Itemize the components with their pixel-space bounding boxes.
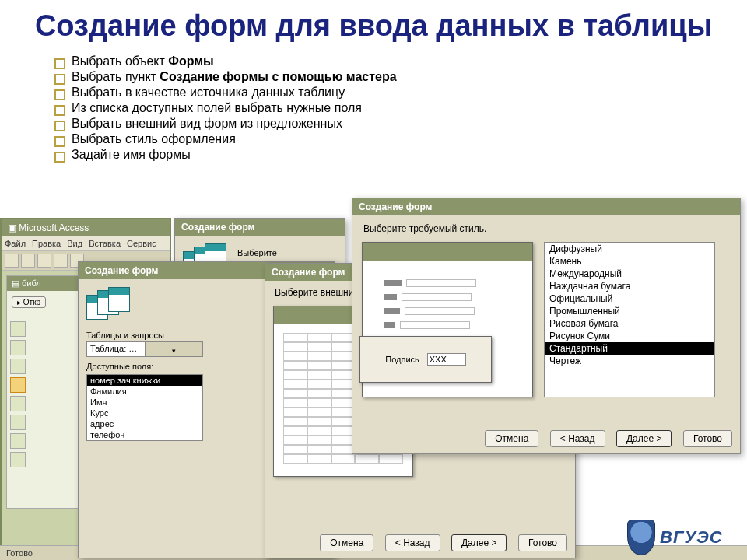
next-button[interactable]: Далее > <box>616 430 672 447</box>
table-combo[interactable]: Таблица: Студент ▾ <box>86 341 203 357</box>
style-item[interactable]: Промышленный <box>545 305 714 317</box>
style-item[interactable]: Камень <box>545 255 714 268</box>
field-item[interactable]: телефон <box>87 429 202 440</box>
popup-label: Подпись <box>385 355 419 364</box>
style-item[interactable]: Диффузный <box>545 243 714 255</box>
bullet-item: Выбрать в качестве источника данных табл… <box>54 86 747 100</box>
toolbar-button[interactable] <box>5 254 19 268</box>
finish-button[interactable]: Готово <box>518 534 567 551</box>
toolbar-button[interactable] <box>21 254 35 268</box>
style-item[interactable]: Официальный <box>545 292 714 305</box>
wizard-prompt: Выберите требуемый стиль. <box>352 215 740 234</box>
form-wizard-style-window: Создание форм Выберите требуемый стиль. … <box>352 198 741 454</box>
app-title: Microsoft Access <box>19 222 89 233</box>
back-button[interactable]: < Назад <box>385 534 440 551</box>
nav-item[interactable] <box>10 377 26 393</box>
bullet-item: Задайте имя формы <box>54 148 747 162</box>
nav-item[interactable] <box>10 433 26 449</box>
menu-item[interactable]: Вставка <box>89 239 121 248</box>
app-title-bar: ▣ Microsoft Access <box>2 219 170 236</box>
open-button[interactable]: ▸ Откр <box>12 296 46 308</box>
next-button[interactable]: Далее > <box>451 534 507 551</box>
logo-text: ВГУЭС <box>660 527 723 548</box>
nav-item[interactable] <box>10 415 26 430</box>
window-title: Создание форм <box>175 219 345 236</box>
chevron-down-icon[interactable]: ▾ <box>145 342 203 356</box>
db-icon: ▤ <box>12 278 19 288</box>
style-item[interactable]: Рисунок Суми <box>545 330 714 342</box>
style-list[interactable]: ДиффузныйКаменьМеждународныйНаждачная бу… <box>544 242 715 397</box>
app-icon: ▣ <box>8 222 16 233</box>
field-item[interactable]: адрес <box>87 418 202 429</box>
field-item[interactable]: номер зач книжки <box>87 375 202 386</box>
cancel-button[interactable]: Отмена <box>485 430 538 447</box>
toolbar-button[interactable] <box>54 254 68 268</box>
menu-item[interactable]: Правка <box>32 239 61 248</box>
field-item[interactable]: Имя <box>87 397 202 408</box>
style-item[interactable]: Международный <box>545 268 714 280</box>
nav-item[interactable] <box>10 396 26 411</box>
bullet-item: Из списка доступных полей выбрать нужные… <box>54 101 747 115</box>
style-item[interactable]: Стандартный <box>545 342 714 355</box>
menu-bar[interactable]: ФайлПравкаВидВставкаСервис <box>2 236 170 250</box>
style-item[interactable]: Наждачная бумага <box>545 280 714 292</box>
logo-crest-icon <box>627 520 655 555</box>
open-icon: ▸ <box>17 298 21 306</box>
menu-item[interactable]: Сервис <box>127 239 156 248</box>
nav-sidebar <box>10 321 29 471</box>
bullet-item: Выбрать стиль оформления <box>54 132 747 146</box>
nav-item[interactable] <box>10 340 26 355</box>
window-title: Создание форм <box>352 198 740 215</box>
field-item[interactable]: Фамилия <box>87 386 202 397</box>
available-fields-list[interactable]: номер зач книжкиФамилияИмяКурсадрестелеф… <box>86 374 203 441</box>
nav-item[interactable] <box>10 452 26 467</box>
toolbar-button[interactable] <box>37 254 51 268</box>
back-button[interactable]: < Назад <box>550 430 605 447</box>
popup-field[interactable] <box>427 353 466 366</box>
bullet-item: Выбрать внешний вид форм из предложенных <box>54 117 747 131</box>
nav-item[interactable] <box>10 359 26 374</box>
style-item[interactable]: Чертеж <box>545 355 714 367</box>
field-item[interactable]: Курс <box>87 408 202 418</box>
menu-item[interactable]: Вид <box>67 239 82 248</box>
style-item[interactable]: Рисовая бумага <box>545 317 714 330</box>
wizard-icon <box>86 287 133 324</box>
menu-item[interactable]: Файл <box>5 239 26 248</box>
bullet-item: Выбрать объект Формы <box>54 54 747 68</box>
style-preview: Подпись <box>362 242 533 397</box>
cancel-button[interactable]: Отмена <box>320 534 374 551</box>
logo: ВГУЭС <box>627 518 744 557</box>
slide-title: Создание форм для ввода данных в таблицы <box>31 9 716 44</box>
finish-button[interactable]: Готово <box>683 430 732 447</box>
bullet-item: Выбрать пункт Создание формы с помощью м… <box>54 70 747 84</box>
bullet-list: Выбрать объект ФормыВыбрать пункт Создан… <box>54 54 747 162</box>
preview-popup: Подпись <box>359 336 492 383</box>
nav-item[interactable] <box>10 321 26 337</box>
